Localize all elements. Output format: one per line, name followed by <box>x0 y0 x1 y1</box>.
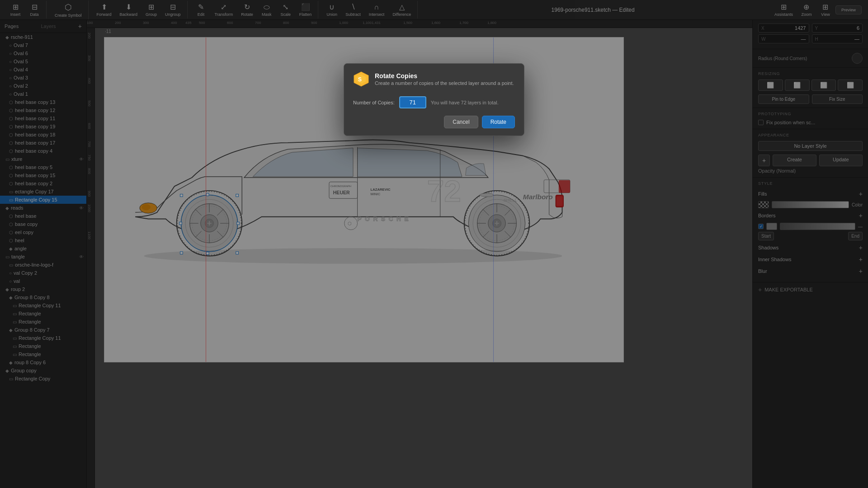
copies-input[interactable] <box>399 96 426 108</box>
dialog-title: Rotate Copies <box>375 72 514 80</box>
dialog-subtitle: Create a number of copies of the selecte… <box>375 80 514 86</box>
svg-text:S: S <box>358 76 362 83</box>
sketch-icon: S <box>353 71 369 87</box>
rotate-button[interactable]: Rotate <box>482 116 515 128</box>
dialog-body: Number of Copies: You will have 72 layer… <box>344 93 524 116</box>
dialog-overlay: S Rotate Copies Create a number of copie… <box>0 0 868 488</box>
copies-hint: You will have 72 layers in total. <box>431 100 499 105</box>
copies-label: Number of Copies: <box>353 100 395 105</box>
rotate-copies-dialog: S Rotate Copies Create a number of copie… <box>344 63 524 136</box>
dialog-buttons: Cancel Rotate <box>344 116 524 136</box>
copies-field-row: Number of Copies: You will have 72 layer… <box>353 96 515 108</box>
cancel-button[interactable]: Cancel <box>444 116 478 128</box>
dialog-header: S Rotate Copies Create a number of copie… <box>344 64 524 93</box>
